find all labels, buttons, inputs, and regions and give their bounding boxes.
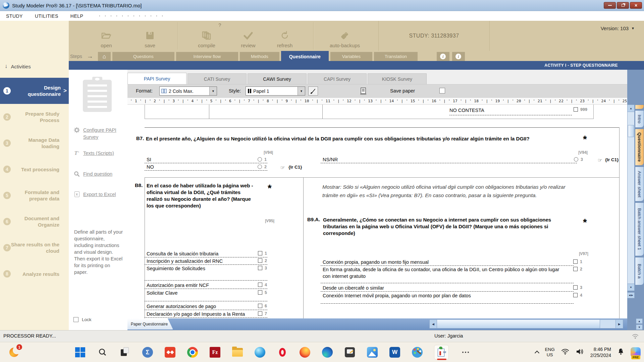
b8-item-row[interactable]: Generar autorizaciones de pago 6 <box>145 303 267 310</box>
info-button-2[interactable]: i <box>452 52 465 61</box>
share-app-button[interactable] <box>164 347 176 358</box>
sidebar-item-manage-data[interactable]: 3 Manage Data loading <box>0 130 69 156</box>
refresh-button[interactable]: refresh <box>269 21 301 51</box>
radio-icon[interactable] <box>258 157 262 162</box>
b8-item-row[interactable]: Seguimiento de Solicitudes 3 <box>145 265 267 272</box>
close-button[interactable]: × <box>630 2 642 9</box>
b8-item-row[interactable]: Declaración y/o pago del Impuesto a la R… <box>145 311 267 318</box>
vertical-scrollbar[interactable]: ▲ ▼ <box>627 105 635 291</box>
style-dropdown[interactable]: Papel 1 ▼ <box>246 86 305 96</box>
format-dropdown[interactable]: 2 Cols Max. ▼ <box>159 86 217 96</box>
checkbox-icon[interactable] <box>258 251 262 255</box>
tab-scroll-arrows[interactable]: ◀▶ <box>627 292 635 298</box>
horizontal-scrollbar[interactable]: ◀ ▶ <box>429 319 623 328</box>
sidebar-item-prepare-study[interactable]: 2 Prepare Study Process <box>0 104 69 130</box>
auto-backups-button[interactable]: auto-backups <box>324 21 366 51</box>
tab-variables[interactable]: Variables <box>330 52 372 61</box>
compile-button[interactable]: compile <box>191 21 223 51</box>
tab-kiosk-survey[interactable]: KIOSK Survey <box>368 73 427 84</box>
notification-bell-icon[interactable]: z <box>617 348 625 357</box>
maximize-button[interactable] <box>617 2 629 9</box>
copilot-icon[interactable]: PRE <box>631 347 641 357</box>
tab-questions[interactable]: Questions <box>112 52 174 61</box>
menu-study[interactable]: STUDY <box>0 13 29 19</box>
chevron-down-icon[interactable]: ▼ <box>298 87 305 95</box>
checkbox-icon[interactable] <box>573 293 578 297</box>
checkbox-icon[interactable] <box>258 266 262 270</box>
checkbox-icon[interactable] <box>258 283 262 287</box>
info-button-1[interactable]: i <box>437 52 449 61</box>
scroll-up-icon[interactable]: ▲ <box>627 105 635 112</box>
start-button[interactable] <box>74 347 86 358</box>
radio-icon[interactable] <box>258 165 262 169</box>
tab-cati-survey[interactable]: CATI Survey <box>187 73 247 84</box>
tab-answer-sheet[interactable]: Answer sheet <box>635 167 644 201</box>
sidebar-item-analyze-results[interactable]: 8 Analyze results <box>0 261 69 287</box>
edge-button[interactable] <box>322 347 333 358</box>
configure-papi-link[interactable]: Configure PAPI Survey <box>73 127 124 141</box>
checkbox-icon[interactable] <box>573 267 578 271</box>
tab-batch-answer-sheet-1[interactable]: Batch answer sheet 1 <box>635 202 644 256</box>
filezilla-button[interactable]: Fz <box>209 347 221 358</box>
sidebar-item-text-processing[interactable]: 4 Text processing <box>0 156 69 182</box>
review-button[interactable]: review <box>232 21 264 51</box>
paper-questionnaire-tab[interactable]: Paper Questionnaire <box>127 318 173 329</box>
home-tab[interactable]: ⌂ <box>98 52 111 61</box>
save-button[interactable]: save <box>134 21 166 51</box>
b9a-item-row[interactable]: En forma gratuita, desde la oficina de s… <box>321 266 583 280</box>
b7-option-si[interactable]: SI 1 <box>145 156 267 163</box>
lock-checkbox[interactable] <box>73 317 78 322</box>
paint-button[interactable] <box>412 347 423 358</box>
partial-tab[interactable] <box>635 105 644 109</box>
checkbox-icon[interactable] <box>573 285 578 290</box>
sigma-app-button[interactable]: Σ <box>142 347 153 358</box>
firefox-button[interactable] <box>299 347 311 358</box>
word-button[interactable]: W <box>389 347 400 358</box>
export-to-excel-link[interactable]: x Export to Excel <box>73 191 124 198</box>
b7-option-no[interactable]: NO 2 <box>145 164 267 171</box>
horizontal-scroll-thumb[interactable] <box>437 320 600 328</box>
file-explorer-button[interactable] <box>232 347 243 358</box>
tab-translation[interactable]: Translation <box>374 52 418 61</box>
version-dropdown[interactable]: Version: 103 ▼ <box>601 25 635 31</box>
wifi-icon[interactable] <box>561 348 570 357</box>
volume-icon[interactable] <box>576 348 584 357</box>
tab-interview-flow[interactable]: Interview flow <box>176 52 238 61</box>
notification-app-icon[interactable]: 1 <box>9 346 21 358</box>
scroll-down-icon[interactable]: ▼ <box>627 284 635 291</box>
menu-utilities[interactable]: UTILITIES <box>29 13 64 19</box>
tab-questionnaire-sheet[interactable]: Questionnaire <box>635 129 644 166</box>
b7-option-nsnr[interactable]: NS/NR 3 <box>321 156 577 163</box>
checkbox-icon[interactable] <box>258 311 262 316</box>
scroll-down-icon[interactable]: ▼ <box>636 324 643 330</box>
tab-cawi-survey[interactable]: CAWI Survey <box>248 73 307 84</box>
sidebar-item-design-questionnaire[interactable]: 1 Design questionnaire > <box>0 78 69 104</box>
style-brush-button[interactable] <box>308 86 318 96</box>
activities-header[interactable]: ↓ Activities <box>5 63 31 70</box>
b8-item-row[interactable]: Solicitar Clave 5 <box>145 290 267 297</box>
b9a-item-row[interactable]: Conexión Internet móvil propia, pagando … <box>321 292 583 299</box>
vertical-scroll-thumb[interactable] <box>628 125 634 137</box>
chevron-down-icon[interactable]: ▼ <box>209 87 217 95</box>
tab-capi-survey[interactable]: CAPI Survey <box>308 73 367 84</box>
tab-questionnaire[interactable]: Questionnaire <box>281 51 329 62</box>
open-button[interactable]: open <box>90 21 122 51</box>
media-app-button[interactable] <box>254 347 266 358</box>
scroll-up-icon[interactable]: ▲ <box>636 318 643 324</box>
tab-papi-survey[interactable]: PAPI Survey <box>127 73 186 84</box>
tab-strip-scroll-buttons[interactable]: ▲ ▼ <box>636 318 643 330</box>
checkbox-icon[interactable] <box>258 258 262 263</box>
checkbox-icon[interactable] <box>258 304 262 308</box>
b8-item-row[interactable]: Consulta de la situación tributaria 1 <box>145 250 267 257</box>
snipping-tool-button[interactable] <box>344 347 356 358</box>
b8-item-row[interactable]: Autorización para emitir NCF 4 <box>145 282 267 289</box>
find-question-link[interactable]: Find question <box>73 171 124 178</box>
questionnaire-page[interactable]: NO CONTESTA 999 B7. En el presente año, … <box>127 105 627 318</box>
hidden-icons-chevron[interactable] <box>535 351 539 355</box>
tab-intro[interactable]: Intro <box>635 110 644 128</box>
radio-icon[interactable] <box>574 157 578 162</box>
scroll-right-icon[interactable]: ▶ <box>615 320 623 328</box>
taskbar-search-button[interactable] <box>97 347 108 358</box>
photos-button[interactable] <box>367 347 378 358</box>
sidebar-item-formulate-data[interactable]: 5 Formulate and prepare data <box>0 182 69 208</box>
